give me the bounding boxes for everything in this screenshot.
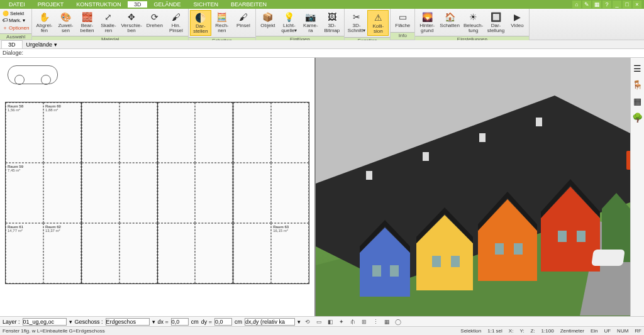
kollision-icon: ⚠ [372,12,384,23]
menu-datei[interactable]: DATEI [3,1,31,8]
car-symbol [8,65,58,84]
furniture-icon[interactable]: 🪑 [632,79,643,91]
zuweisen-button[interactable]: 🎨Zuwei- sen [55,10,76,35]
ribbon-group-einstellungen: 🌄Hinter- grund🏠Schatten☀Beleuch- tung🔲Da… [415,9,530,40]
drehen-button[interactable]: ⟳Drehen [144,10,165,30]
toolbar-icon-3[interactable]: ▦ [592,1,601,8]
hintergrund-button[interactable]: 🌄Hinter- grund [416,10,438,35]
flaeche-button[interactable]: ▭Fläche [392,10,413,30]
dxdy-input[interactable] [245,318,295,326]
schatten-icon: 🏠 [444,11,455,23]
beleuchtung-button[interactable]: ☀Beleuch- tung [462,10,486,35]
rechnen-button[interactable]: 🧮Rech- nen [211,10,233,35]
layer-label: Layer : [3,319,20,325]
svg-rect-16 [372,265,381,277]
hin-pinsel-button[interactable]: 🖌Hin. Pinsel [165,10,187,35]
close-icon[interactable]: × [633,1,641,8]
kollision-button[interactable]: ⚠Kolli- sion [367,10,389,36]
skalieren-button[interactable]: ⤢Skalie- ren [97,10,119,35]
materials-icon[interactable]: ▦ [632,96,643,107]
tool-icon-8[interactable]: ▦ [382,317,391,326]
unit-4: Raum 6316,15 m² [233,102,309,283]
ribbon-group-material: ✋Abgrei- fen🎨Zuwei- sen🧱Bear- beiten⤢Ska… [32,9,188,40]
minimize-icon[interactable]: _ [613,1,621,8]
lichtquelle-button[interactable]: 💡Licht- quelle▾ [279,10,300,35]
verschieben-button[interactable]: ✥Verschie- ben [119,10,143,35]
menu-konstruktion[interactable]: KONSTRUKTION [70,1,128,8]
ribbon-group-auswahl: 🟡 Selekt 🏷 Mark. ▾ ＋ Optionen Auswahl [0,9,32,40]
svg-rect-12 [366,171,372,180]
svg-rect-21 [514,243,523,255]
video-icon: ▶ [511,11,523,23]
car-3d [591,250,625,266]
beleuchtung-icon: ☀ [468,11,479,23]
menu-gelaende[interactable]: GELÄNDE [147,1,187,8]
status-scale: 1:1 sel [487,328,502,334]
pane-resize-handle[interactable] [626,151,630,170]
tool-icon-9[interactable]: ◯ [394,317,402,326]
geschoss-dd-icon[interactable]: ▾ [152,319,155,325]
objekt-icon: 📦 [262,11,274,23]
layer-input[interactable] [23,318,67,326]
tool-icon-5[interactable]: ⫛ [348,317,357,326]
dy-input[interactable] [214,318,232,326]
tool-icon-4[interactable]: ✦ [337,317,346,326]
geschoss-label: Geschoss : [75,319,103,325]
layers-icon[interactable]: ☰ [632,63,643,74]
svg-rect-23 [577,231,586,242]
lichtquelle-icon: 💡 [284,11,295,23]
menu-3d[interactable]: 3D [128,1,148,8]
maximize-icon[interactable]: □ [623,1,631,8]
tool-icon-1[interactable]: ⟲ [303,317,312,326]
darstellung-button[interactable]: 🔲Dar- stellung [485,10,506,35]
video-button[interactable]: ▶Video [506,10,528,30]
kamera-button[interactable]: 📷Kame- ra [300,10,321,35]
geschoss-input[interactable] [106,318,150,326]
svg-rect-15 [536,118,542,126]
layer-dd-icon[interactable]: ▾ [69,319,72,325]
schatten-button[interactable]: 🏠Schatten [438,10,462,30]
skalieren-icon: ⤢ [103,11,114,23]
rechnen-icon: 🧮 [216,11,228,23]
tool-icon-6[interactable]: ⊞ [360,317,369,326]
help-icon[interactable]: ? [602,1,611,8]
tool-icon-3[interactable]: ◧ [326,317,335,326]
3d-bitmap-icon: 🖼 [326,11,338,23]
render-3d-pane[interactable] [316,58,630,316]
selekt-button[interactable]: 🟡 Selekt [1,10,30,17]
optionen-button[interactable]: ＋ Optionen [1,24,30,32]
hin-pinsel-icon: 🖌 [170,11,182,23]
view-tabstrip: 3D Urgelände ▾ [0,40,644,49]
abgreifen-button[interactable]: ✋Abgrei- fen [33,10,55,35]
toolbar-icon-1[interactable]: ⌂ [572,1,581,8]
verschieben-icon: ✥ [126,11,137,23]
plants-icon[interactable]: 🌳 [632,112,643,123]
ribbon-group-sonstige: ✂3D- Schnitt▾⚠Kolli- sion Sonstige [345,9,391,40]
3d-schnitt-icon: ✂ [351,11,362,23]
drehen-icon: ⟳ [149,11,160,23]
svg-rect-17 [390,265,399,277]
menu-sichten[interactable]: SICHTEN [187,1,225,8]
menu-projekt[interactable]: PROJEKT [31,1,70,8]
kamera-icon: 📷 [305,11,316,23]
darstellen-button[interactable]: 🌓Dar- stellen [190,10,211,36]
pinsel-button[interactable]: 🖌Pinsel [233,10,254,30]
mark-button[interactable]: 🏷 Mark. ▾ [1,17,30,24]
zuweisen-icon: 🎨 [60,11,71,23]
tab-3d[interactable]: 3D [1,40,23,48]
menu-bearbeiten[interactable]: BEARBEITEN [225,1,273,8]
3d-schnitt-button[interactable]: ✂3D- Schnitt▾ [346,10,367,35]
bearbeiten-button[interactable]: 🧱Bear- beiten [76,10,97,35]
toolbar-icon-2[interactable]: ✎ [582,1,591,8]
dx-input[interactable] [171,318,189,326]
svg-rect-22 [558,231,567,242]
group-label-auswahl: Auswahl [0,33,31,40]
tool-icon-7[interactable]: ⋮ [371,317,380,326]
abgreifen-icon: ✋ [38,11,50,23]
floorplan-2d-pane[interactable]: Raum 581,56 m² Raum 601,88 m² Raum 597,4… [0,58,316,316]
side-toolbar: ☰ 🪑 ▦ 🌳 [630,58,644,316]
objekt-button[interactable]: 📦Objekt [257,10,279,30]
tool-icon-2[interactable]: ▭ [314,317,323,326]
3d-bitmap-button[interactable]: 🖼3D- Bitmap [321,10,343,35]
urgelaende-dropdown[interactable]: Urgelände ▾ [23,41,61,48]
